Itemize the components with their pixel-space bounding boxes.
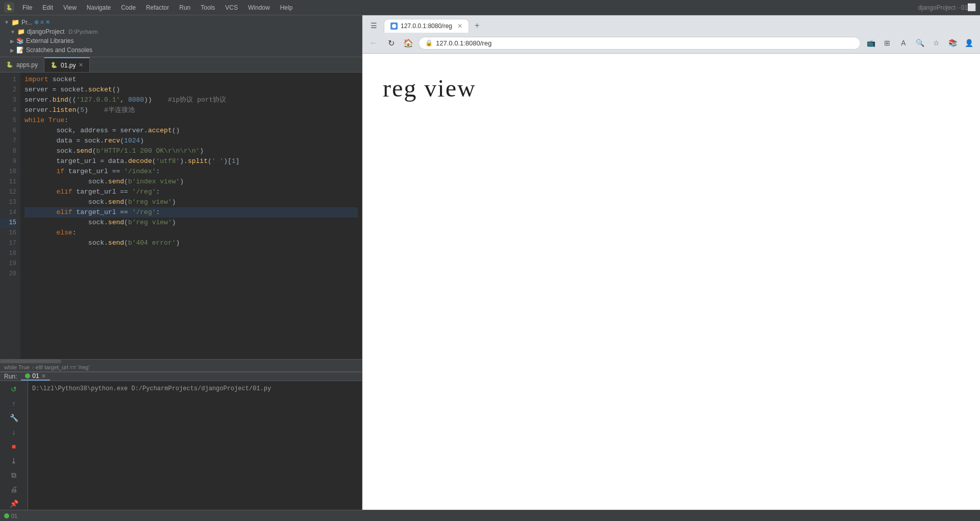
tab-01-py[interactable]: 🐍 01.py ✕ bbox=[44, 57, 90, 72]
tab-label-apps: apps.py bbox=[16, 61, 38, 68]
menu-window[interactable]: Window bbox=[244, 3, 274, 12]
browser-favicon bbox=[390, 22, 398, 30]
external-libraries-item[interactable]: ▶ 📚 External Libraries bbox=[0, 36, 362, 45]
favorites-button[interactable]: ☆ bbox=[929, 36, 943, 50]
line-numbers: 12345 678910 11121314 15 1617181920 bbox=[0, 73, 20, 359]
project-name: Pr... bbox=[21, 19, 32, 26]
svg-point-0 bbox=[392, 24, 396, 28]
expand-arrow-ext: ▶ bbox=[10, 38, 14, 44]
ide-panel: ▼ 📁 Pr... ⊕ ≡ ✕ ▼ 📁 djangoProject D:\Pyc… bbox=[0, 15, 362, 510]
threads-button[interactable]: ⧉ bbox=[8, 469, 20, 481]
sidebar-toggle[interactable]: ☰ bbox=[371, 21, 377, 30]
project-path: D:\Pycharm bbox=[68, 29, 97, 35]
scroll-down-button[interactable]: ↓ bbox=[8, 426, 20, 438]
scratches-consoles-label: Scratches and Consoles bbox=[26, 46, 92, 54]
django-project-item[interactable]: ▼ 📁 djangoProject D:\Pycharm bbox=[0, 27, 362, 36]
browser-home-button[interactable]: 🏠 bbox=[401, 36, 415, 50]
project-toolbar: ⊕ ≡ ✕ bbox=[34, 19, 50, 26]
py-file-icon-active: 🐍 bbox=[51, 62, 58, 68]
browser-back-button[interactable]: ← bbox=[366, 36, 381, 50]
breadcrumb-sep: › bbox=[32, 364, 34, 370]
menu-code[interactable]: Code bbox=[117, 3, 140, 12]
rerun-button[interactable]: ↺ bbox=[8, 383, 20, 395]
browser-content: reg view bbox=[362, 54, 980, 510]
run-tabs: Run: 01 ✕ bbox=[0, 372, 362, 381]
ext-lib-icon: 📚 bbox=[16, 37, 24, 44]
menu-tools[interactable]: Tools bbox=[197, 3, 219, 12]
print-button[interactable]: 🖨 bbox=[8, 483, 20, 495]
menu-vcs[interactable]: VCS bbox=[221, 3, 242, 12]
run-tab-close[interactable]: ✕ bbox=[41, 373, 46, 380]
status-indicator bbox=[4, 513, 9, 518]
breadcrumb-part2: elif target_url == '/reg' bbox=[36, 364, 90, 370]
page-heading: reg view bbox=[383, 74, 960, 102]
project-tree: ▼ 📁 Pr... ⊕ ≡ ✕ ▼ 📁 djangoProject D:\Pyc… bbox=[0, 15, 362, 57]
py-file-icon: 🐍 bbox=[6, 61, 13, 68]
run-content: ↺ ↑ 🔧 ↓ ■ ⤓ ⧉ 🖨 📌 🗑 D:\lzl\Python38\pyth… bbox=[0, 381, 362, 510]
scratches-consoles-item[interactable]: ▶ 📝 Scratches and Consoles bbox=[0, 45, 362, 55]
app-icon: 🐍 bbox=[4, 3, 14, 13]
run-sidebar: ↺ ↑ 🔧 ↓ ■ ⤓ ⧉ 🖨 📌 🗑 bbox=[0, 381, 28, 510]
settings-button[interactable]: 🔧 bbox=[8, 412, 20, 424]
run-output-text: D:\lzl\Python38\python.exe D:/PycharmPro… bbox=[32, 385, 271, 392]
security-icon: 🔒 bbox=[425, 39, 433, 46]
tab-close-01[interactable]: ✕ bbox=[79, 62, 83, 68]
browser-tab-bar: — ⬜ ☰ 127.0.0.1:8080/reg ✕ + bbox=[362, 15, 980, 33]
tab-apps-py[interactable]: 🐍 apps.py bbox=[0, 57, 44, 72]
horizontal-scrollbar[interactable] bbox=[0, 359, 362, 363]
menu-navigate[interactable]: Navigate bbox=[83, 3, 115, 12]
browser-actions: 📺 ⊞ A 🔍 ☆ 📚 👤 bbox=[864, 36, 976, 50]
expand-arrow-django: ▼ bbox=[10, 29, 15, 35]
scroll-up-button[interactable]: ↑ bbox=[8, 397, 20, 410]
scroll-end-button[interactable]: ⤓ bbox=[8, 455, 20, 467]
run-panel: Run: 01 ✕ ↺ ↑ 🔧 ↓ ■ ⤓ ⧉ 🖨 📌 bbox=[0, 372, 362, 510]
browser-refresh-button[interactable]: ↻ bbox=[384, 36, 398, 50]
cast-button[interactable]: 📺 bbox=[864, 36, 878, 50]
tabs-bar: 🐍 apps.py 🐍 01.py ✕ bbox=[0, 57, 362, 73]
url-bar[interactable]: 🔒 127.0.0.1:8080/reg bbox=[419, 37, 861, 50]
menu-help[interactable]: Help bbox=[276, 3, 297, 12]
scratch-icon: 📝 bbox=[16, 46, 24, 54]
code-editor[interactable]: 12345 678910 11121314 15 1617181920 impo… bbox=[0, 73, 362, 359]
grid-button[interactable]: ⊞ bbox=[880, 36, 894, 50]
run-tab-label: 01 bbox=[32, 372, 39, 380]
expand-arrow-scratch: ▶ bbox=[10, 48, 14, 53]
menu-edit[interactable]: Edit bbox=[38, 3, 57, 12]
run-tab-01[interactable]: 01 ✕ bbox=[21, 372, 50, 381]
breadcrumb-part1: while True bbox=[4, 364, 30, 370]
zoom-button[interactable]: 🔍 bbox=[913, 36, 927, 50]
status-bar: 01 bbox=[0, 510, 980, 521]
browser-tab-title: 127.0.0.1:8080/reg bbox=[401, 22, 452, 30]
menu-refactor[interactable]: Refactor bbox=[142, 3, 173, 12]
stop-button[interactable]: ■ bbox=[8, 440, 20, 453]
django-project-label: djangoProject bbox=[27, 28, 64, 35]
pin-button[interactable]: 📌 bbox=[8, 498, 20, 510]
translate-button[interactable]: A bbox=[896, 36, 911, 50]
project-icon: 📁 bbox=[11, 18, 19, 26]
menu-run[interactable]: Run bbox=[175, 3, 194, 12]
menu-file[interactable]: File bbox=[18, 3, 36, 12]
browser-panel: — ⬜ ☰ 127.0.0.1:8080/reg ✕ + ← bbox=[362, 15, 980, 510]
run-output: D:\lzl\Python38\python.exe D:/PycharmPro… bbox=[28, 381, 362, 510]
browser-toolbar: ← ↻ 🏠 🔒 127.0.0.1:8080/reg 📺 ⊞ A 🔍 ☆ 📚 👤 bbox=[362, 33, 980, 53]
project-root[interactable]: ▼ 📁 Pr... ⊕ ≡ ✕ bbox=[0, 17, 362, 27]
run-label: Run: bbox=[4, 373, 17, 380]
browser-tab-close[interactable]: ✕ bbox=[457, 22, 462, 30]
code-area[interactable]: import socket server = socket.socket() s… bbox=[20, 73, 362, 359]
status-text: 01 bbox=[11, 513, 17, 519]
external-libraries-label: External Libraries bbox=[26, 37, 74, 44]
url-display: 127.0.0.1:8080/reg bbox=[436, 39, 854, 47]
browser-tab-active[interactable]: 127.0.0.1:8080/reg ✕ bbox=[384, 19, 469, 33]
breadcrumb: while True › elif target_url == '/reg' bbox=[0, 363, 362, 372]
main-area: ▼ 📁 Pr... ⊕ ≡ ✕ ▼ 📁 djangoProject D:\Pyc… bbox=[0, 15, 980, 510]
browser-new-tab-button[interactable]: + bbox=[470, 18, 484, 33]
collections-button[interactable]: 📚 bbox=[945, 36, 960, 50]
folder-icon-django: 📁 bbox=[17, 28, 25, 35]
menu-view[interactable]: View bbox=[59, 3, 81, 12]
status-dot-green bbox=[25, 373, 30, 378]
tab-label-01: 01.py bbox=[61, 62, 76, 69]
menu-bar: 🐍 File Edit View Navigate Code Refactor … bbox=[0, 0, 980, 15]
profile-button[interactable]: 👤 bbox=[962, 36, 976, 50]
expand-arrow: ▼ bbox=[4, 19, 9, 25]
browser-chrome: — ⬜ ☰ 127.0.0.1:8080/reg ✕ + ← bbox=[362, 15, 980, 54]
